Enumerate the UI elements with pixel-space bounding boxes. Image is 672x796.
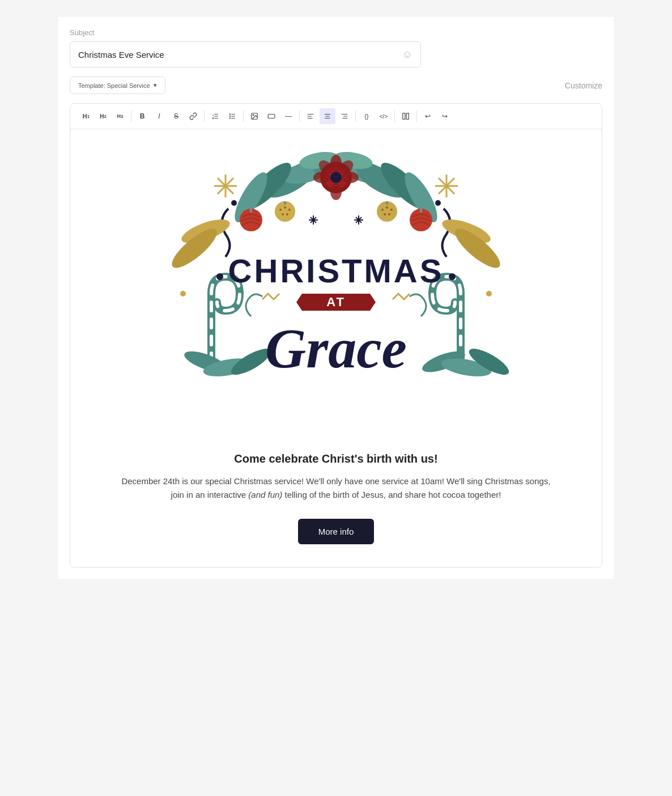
template-section: Template: Special Service ▾ Customize bbox=[58, 77, 614, 103]
svg-point-58 bbox=[282, 213, 284, 215]
template-label: Template: Special Service bbox=[78, 82, 150, 89]
email-body-text: December 24th is our special Christmas s… bbox=[116, 475, 556, 502]
editor-container: H1 H2 H3 B I S — bbox=[70, 103, 602, 568]
svg-point-57 bbox=[288, 209, 291, 211]
svg-point-37 bbox=[330, 172, 342, 183]
link-button[interactable] bbox=[185, 108, 201, 124]
svg-point-55 bbox=[279, 209, 282, 211]
customize-link[interactable]: Customize bbox=[565, 81, 602, 90]
svg-text:CHRISTMAS: CHRISTMAS bbox=[228, 252, 444, 289]
h1-button[interactable]: H1 bbox=[78, 108, 94, 124]
svg-rect-70 bbox=[420, 209, 422, 213]
christmas-image-container: CHRISTMAS AT Grace bbox=[70, 129, 602, 441]
content-area: CHRISTMAS AT Grace Come cele bbox=[70, 129, 602, 567]
email-heading: Come celebrate Christ's birth with us! bbox=[116, 452, 556, 465]
svg-point-84 bbox=[449, 273, 456, 280]
align-center-button[interactable] bbox=[320, 108, 335, 124]
svg-point-66 bbox=[388, 213, 390, 215]
svg-point-59 bbox=[286, 213, 288, 215]
unordered-list-button[interactable] bbox=[224, 108, 240, 124]
toolbar-separator-3 bbox=[243, 111, 244, 122]
svg-text:AT: AT bbox=[326, 295, 346, 309]
toolbar-separator-5 bbox=[355, 111, 356, 122]
align-right-button[interactable] bbox=[337, 108, 352, 124]
svg-point-53 bbox=[276, 202, 294, 221]
toolbar-separator-2 bbox=[204, 111, 205, 122]
image-button[interactable] bbox=[246, 108, 262, 124]
html-button[interactable]: </> bbox=[376, 108, 392, 124]
code-button[interactable]: {} bbox=[359, 108, 375, 124]
svg-point-63 bbox=[386, 206, 388, 209]
svg-point-10 bbox=[253, 115, 254, 116]
subject-input[interactable] bbox=[78, 50, 402, 60]
subject-input-wrapper: ☺ bbox=[70, 41, 421, 67]
svg-rect-54 bbox=[284, 201, 286, 205]
subject-label: Subject bbox=[70, 28, 602, 37]
toolbar: H1 H2 H3 B I S — bbox=[70, 104, 602, 129]
page-container: Subject ☺ Template: Special Service ▾ Cu… bbox=[58, 17, 614, 579]
svg-point-85 bbox=[486, 291, 492, 297]
svg-rect-68 bbox=[250, 209, 252, 213]
embed-button[interactable] bbox=[263, 108, 279, 124]
italic-button[interactable]: I bbox=[151, 108, 167, 124]
ordered-list-button[interactable] bbox=[207, 108, 223, 124]
divider-button[interactable]: — bbox=[280, 108, 296, 124]
toolbar-separator-1 bbox=[131, 111, 131, 122]
svg-rect-61 bbox=[386, 201, 388, 205]
redo-button[interactable]: ↪ bbox=[437, 108, 453, 124]
strikethrough-button[interactable]: S bbox=[168, 108, 184, 124]
svg-point-64 bbox=[390, 209, 393, 211]
svg-point-39 bbox=[330, 183, 342, 200]
undo-button[interactable]: ↩ bbox=[420, 108, 436, 124]
svg-point-7 bbox=[229, 116, 230, 116]
svg-point-82 bbox=[435, 200, 441, 206]
svg-point-6 bbox=[229, 114, 230, 115]
subject-section: Subject ☺ bbox=[58, 17, 614, 77]
svg-text:Grace: Grace bbox=[265, 317, 407, 380]
svg-point-8 bbox=[229, 118, 230, 118]
svg-point-86 bbox=[180, 291, 186, 297]
svg-rect-22 bbox=[406, 113, 409, 120]
template-dropdown[interactable]: Template: Special Service ▾ bbox=[70, 77, 165, 94]
h2-button[interactable]: H2 bbox=[95, 108, 111, 124]
emoji-icon[interactable]: ☺ bbox=[402, 49, 412, 61]
toolbar-separator-7 bbox=[416, 111, 417, 122]
bold-button[interactable]: B bbox=[134, 108, 150, 124]
svg-rect-21 bbox=[403, 113, 405, 120]
svg-point-81 bbox=[231, 200, 237, 206]
toolbar-separator-4 bbox=[299, 111, 300, 122]
align-left-button[interactable] bbox=[303, 108, 318, 124]
svg-point-56 bbox=[284, 206, 286, 209]
svg-rect-11 bbox=[268, 115, 275, 118]
columns-button[interactable] bbox=[398, 108, 414, 124]
svg-point-62 bbox=[381, 209, 384, 211]
christmas-illustration: CHRISTMAS AT Grace bbox=[138, 146, 534, 430]
svg-point-83 bbox=[216, 273, 223, 280]
h3-button[interactable]: H3 bbox=[112, 108, 128, 124]
more-info-button[interactable]: More info bbox=[298, 519, 375, 544]
email-body-content: Come celebrate Christ's birth with us! D… bbox=[70, 441, 602, 567]
svg-point-65 bbox=[384, 213, 386, 215]
template-arrow: ▾ bbox=[154, 82, 157, 89]
toolbar-separator-6 bbox=[394, 111, 395, 122]
